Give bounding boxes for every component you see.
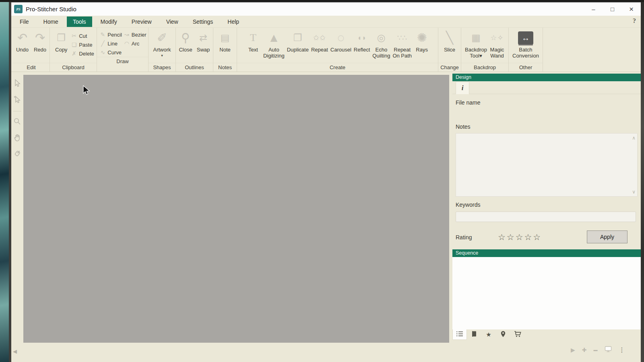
dropdown-caret-icon: ▾ (161, 53, 163, 58)
backdrop-tool-button[interactable]: ▦BackdropTool▾ (464, 29, 488, 59)
rating-label: Rating (456, 234, 498, 241)
zoom-out-button[interactable]: ▬ (594, 348, 598, 352)
button-label: Line (107, 41, 118, 47)
minimize-button[interactable]: – (584, 2, 603, 16)
button-label: Rays (416, 47, 428, 53)
bezier-button[interactable]: ↝Bezier (123, 30, 147, 39)
button-label: Carousel (330, 47, 351, 53)
pointer-icon (13, 79, 21, 89)
node-select-tool[interactable] (12, 94, 22, 106)
artwork-button[interactable]: ✐Artwork▾ (152, 29, 172, 58)
play-button[interactable]: ▶ (571, 347, 575, 353)
batch-conversion-button[interactable]: ↔BatchConversion (511, 29, 540, 59)
text-button[interactable]: TText (244, 29, 262, 53)
pencil-button[interactable]: ✎Pencil (99, 30, 122, 39)
menu-tab-modify[interactable]: Modify (95, 16, 123, 27)
swap-button[interactable]: ⇄Swap (194, 29, 212, 53)
duplicate-button[interactable]: ❐Duplicate (286, 29, 310, 53)
more-button[interactable]: ⋮ (619, 346, 625, 354)
close-button[interactable]: × (622, 2, 641, 16)
favorites-tab[interactable]: ★ (481, 329, 496, 340)
echo-quilting-button[interactable]: ◎EchoQuilting (371, 29, 391, 59)
design-canvas[interactable] (23, 75, 449, 343)
monitor-button[interactable] (605, 346, 612, 354)
keywords-field[interactable] (456, 212, 636, 222)
info-tab[interactable]: i (456, 82, 469, 94)
slice-button[interactable]: ╲Slice (441, 29, 458, 53)
menu-tab-tools[interactable]: Tools (67, 16, 92, 27)
reflect-button[interactable]: ◖◗Reflect (353, 29, 371, 53)
auto-digitizing-button[interactable]: ▲AutoDigitizing (262, 29, 286, 59)
repeat-button[interactable]: ✩✩Repeat (310, 29, 329, 53)
notes-field[interactable] (456, 134, 637, 196)
location-tab[interactable] (496, 329, 510, 340)
apply-button[interactable]: Apply (587, 230, 627, 243)
artwork-icon: ✐ (157, 29, 167, 47)
cart-icon (514, 331, 522, 339)
group-buttons: TText▲AutoDigitizing❐Duplicate✩✩Repeat◌C… (237, 28, 438, 63)
duplicate-icon: ❐ (293, 29, 302, 47)
carousel-button[interactable]: ◌Carousel (329, 29, 353, 53)
ribbon-group-label-shapes: Shapes (149, 63, 175, 72)
line-button[interactable]: ╱Line (99, 39, 122, 48)
group-buttons: ✐Artwork▾ (149, 28, 175, 63)
button-label: BatchConversion (512, 47, 539, 59)
scroll-left-icon[interactable]: ◀ (13, 348, 17, 354)
rays-icon: ✺ (417, 29, 427, 47)
button-label: Curve (107, 49, 122, 56)
delete-button[interactable]: ✗Delete (70, 49, 94, 58)
redo-button[interactable]: ↷Redo (31, 29, 49, 53)
group-buttons: ╲Slice (438, 28, 461, 63)
zoom-tool[interactable] (12, 116, 22, 128)
close-button[interactable]: ⚲Close (177, 29, 194, 53)
paste-button[interactable]: ❏Paste (70, 40, 94, 49)
repeat-on-path-button[interactable]: ∵∴RepeatOn Path (391, 29, 413, 59)
design-panel: Design i File name Notes ∧ ∨ Keywords Ra… (452, 74, 641, 340)
line-icon: ╱ (99, 40, 107, 47)
select-tool[interactable] (12, 78, 22, 90)
note-button[interactable]: ▤Note (216, 29, 234, 53)
button-label: Delete (79, 51, 94, 57)
ribbon-group-create: TText▲AutoDigitizing❐Duplicate✩✩Repeat◌C… (237, 28, 438, 72)
tag-tool[interactable] (12, 148, 22, 160)
sequence-list-tab[interactable] (452, 329, 467, 340)
group-buttons: ⚲Close⇄Swap (176, 28, 213, 63)
copy-button[interactable]: ❐Copy (52, 29, 70, 53)
close-outline-icon: ⚲ (181, 29, 190, 47)
note-icon: ▤ (221, 29, 230, 47)
cut-button[interactable]: ✂Cut (70, 31, 94, 40)
ribbon-group-label-create: Create (237, 63, 438, 72)
button-label: Cut (79, 33, 87, 39)
menu-tab-settings[interactable]: Settings (187, 16, 219, 27)
rays-button[interactable]: ✺Rays (413, 29, 431, 53)
arc-button[interactable]: ◠Arc (123, 39, 147, 48)
button-label: Arc (132, 41, 140, 47)
help-icon[interactable]: ? (633, 17, 636, 25)
rating-stars[interactable]: ☆☆☆☆☆ (498, 232, 542, 242)
move-button[interactable]: ✚ (582, 347, 587, 353)
group-buttons: ✎Pencil╱Line∿Curve↝Bezier◠Arc (97, 28, 148, 57)
group-buttons: ▤Note (213, 28, 237, 63)
menu-tab-help[interactable]: Help (221, 16, 245, 27)
notes-scroll-down-icon[interactable]: ∨ (632, 189, 636, 195)
titlebar: PS Pro-Stitcher Studio –□× (11, 2, 641, 16)
undo-button[interactable]: ↶Undo (14, 29, 31, 53)
menu-tab-home[interactable]: Home (37, 16, 64, 27)
design-panel-content: File name Notes ∧ ∨ Keywords Rating ☆☆☆☆… (452, 99, 641, 340)
button-label: AutoDigitizing (263, 47, 285, 59)
button-label: Bezier (132, 32, 147, 38)
curve-button[interactable]: ∿Curve (99, 48, 122, 57)
sequence-list-area[interactable] (452, 257, 641, 329)
notes-scroll-up-icon[interactable]: ∧ (632, 135, 636, 141)
menu-tab-preview[interactable]: Preview (126, 16, 158, 27)
notebook-tab[interactable] (467, 329, 481, 340)
menu-tab-view[interactable]: View (160, 16, 184, 27)
magic-wand-button[interactable]: ☆✧MagicWand (488, 29, 506, 59)
pan-tool[interactable] (12, 132, 22, 144)
magic-wand-icon: ☆✧ (490, 29, 504, 47)
cart-tab[interactable] (510, 329, 525, 340)
menu-tab-file[interactable]: File (14, 16, 35, 27)
play-icon: ▶ (571, 347, 575, 353)
maximize-button[interactable]: □ (603, 2, 622, 16)
bottom-toolbar: ▶✚▬⋮ (571, 346, 625, 354)
